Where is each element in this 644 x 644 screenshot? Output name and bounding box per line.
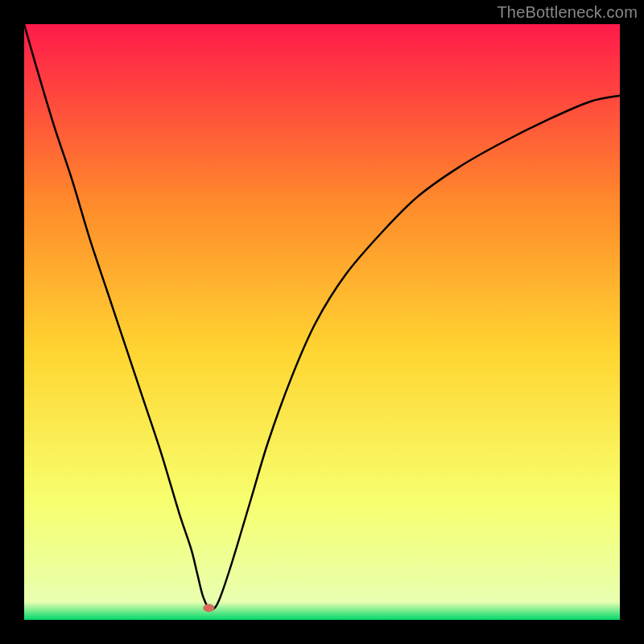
optimum-marker [203, 604, 214, 612]
chart-svg [24, 24, 620, 620]
chart-frame: TheBottleneck.com [0, 0, 644, 644]
gradient-backdrop [24, 24, 620, 620]
watermark-text: TheBottleneck.com [497, 3, 638, 22]
plot-area [24, 24, 620, 620]
